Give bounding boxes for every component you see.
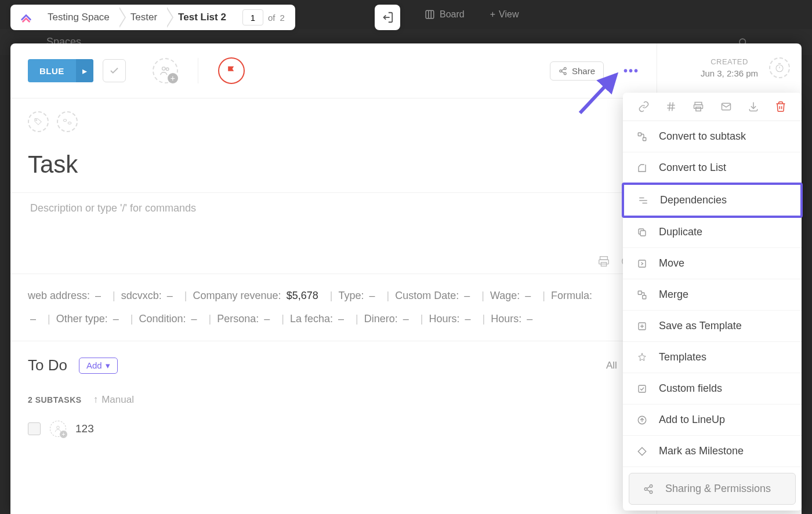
priority-flag-button[interactable] (218, 57, 245, 84)
add-subtask-button[interactable]: Add▾ (79, 358, 118, 374)
menu-label: Custom fields (659, 382, 722, 395)
add-relation-button[interactable] (57, 111, 78, 132)
mail-icon[interactable] (720, 101, 732, 112)
tag-icon (34, 117, 43, 126)
custom-field[interactable]: Persona: – (217, 313, 272, 325)
exit-task-button[interactable] (375, 5, 400, 30)
description-area[interactable]: Description or type '/' for commands (10, 192, 657, 274)
board-view-button[interactable]: Board (418, 6, 472, 23)
subtask-assignee-button[interactable] (50, 421, 66, 437)
breadcrumb-list[interactable]: Test List 2 (168, 5, 237, 30)
move-icon (636, 258, 648, 269)
menu-label: Mark as Milestone (659, 445, 744, 457)
menu-milestone[interactable]: Mark as Milestone (623, 436, 802, 467)
custom-field[interactable]: Dinero: – (364, 313, 411, 325)
menu-copy[interactable]: Duplicate (623, 217, 802, 248)
svg-rect-15 (68, 122, 71, 124)
menu-label: Merge (659, 289, 688, 301)
svg-rect-41 (643, 295, 646, 298)
people-icon (159, 64, 172, 77)
svg-point-13 (36, 119, 37, 121)
merge-icon (636, 290, 648, 300)
status-caret-icon[interactable]: ▸ (76, 59, 93, 82)
print-icon[interactable] (597, 255, 610, 268)
complete-button[interactable] (103, 59, 126, 82)
svg-point-49 (650, 491, 652, 494)
custom-field[interactable]: Custom Date: – (395, 290, 472, 301)
custom-field[interactable]: Company revenue: $5,678 (193, 290, 321, 301)
menu-deps[interactable]: Dependencies (622, 183, 803, 218)
custom-field[interactable]: sdcvxcb: – (121, 290, 175, 301)
share-button[interactable]: Share (550, 61, 604, 81)
svg-point-6 (162, 67, 165, 71)
breadcrumb-folder[interactable]: Tester (120, 5, 168, 30)
add-tag-button[interactable] (28, 111, 49, 132)
tab-all[interactable]: All (606, 360, 617, 371)
check-icon (109, 65, 119, 76)
svg-line-50 (647, 486, 650, 488)
menu-label: Move (659, 257, 684, 269)
subtask-name[interactable]: 123 (75, 422, 94, 435)
download-icon[interactable] (748, 101, 759, 112)
trash-icon[interactable] (775, 101, 786, 112)
task-title[interactable]: Task (10, 145, 657, 192)
svg-point-7 (166, 68, 169, 71)
time-tracking-button[interactable] (769, 57, 790, 78)
svg-point-20 (57, 426, 60, 429)
svg-rect-31 (696, 107, 701, 111)
menu-merge[interactable]: Merge (623, 279, 802, 311)
subtask-row[interactable]: 123 (28, 421, 639, 437)
status-button[interactable]: BLUE ▸ (28, 59, 93, 82)
task-header: BLUE ▸ Share ••• (10, 43, 657, 99)
save-template-icon (636, 321, 648, 331)
menu-lineup[interactable]: Add to LineUp (623, 404, 802, 436)
menu-save-template[interactable]: Save as Template (623, 311, 802, 342)
subtask-sort[interactable]: ↑ Manual (93, 394, 134, 406)
milestone-icon (636, 446, 648, 457)
custom-field[interactable]: Hours: – (429, 313, 473, 325)
view-label: View (499, 9, 519, 20)
more-menu-button[interactable]: ••• (624, 64, 639, 78)
hash-icon[interactable] (665, 101, 677, 112)
flag-icon (226, 65, 237, 76)
custom-field[interactable]: web address: – (28, 290, 103, 301)
status-label: BLUE (28, 66, 76, 76)
menu-list[interactable]: Convert to List (623, 152, 802, 184)
relation-icon (63, 118, 72, 126)
menu-move[interactable]: Move (623, 248, 802, 279)
board-label: Board (440, 9, 465, 20)
arrow-up-icon: ↑ (93, 394, 99, 406)
menu-subtask[interactable]: Convert to subtask (623, 121, 802, 152)
custom-field[interactable]: Wage: – (490, 290, 533, 301)
task-main: BLUE ▸ Share ••• (10, 43, 657, 514)
link-icon[interactable] (638, 101, 650, 112)
page-input[interactable] (242, 9, 263, 25)
print-icon[interactable] (693, 101, 704, 112)
svg-rect-16 (600, 257, 608, 260)
breadcrumb-space[interactable]: Testing Space (37, 5, 120, 30)
menu-custom-fields[interactable]: Custom fields (623, 373, 802, 404)
custom-field[interactable]: Other type: – (56, 313, 121, 325)
svg-line-51 (647, 490, 650, 491)
subtasks-count: 2 SUBTASKS (28, 395, 82, 404)
custom-field[interactable]: Hours: – (491, 313, 535, 325)
add-view-button[interactable]: + View (483, 6, 526, 23)
todo-title: To Do (28, 356, 67, 374)
svg-rect-38 (640, 231, 646, 236)
subtask-checkbox[interactable] (28, 422, 41, 435)
svg-rect-34 (643, 137, 646, 140)
menu-sharing-permissions[interactable]: Sharing & Permissions (629, 473, 796, 505)
custom-field[interactable]: Condition: – (139, 313, 199, 325)
menu-templates[interactable]: Templates (623, 342, 802, 373)
todo-section: To Do Add▾ All M 2 SUBTASKS ↑ Manual (10, 341, 657, 452)
person-icon (54, 425, 62, 433)
add-assignee-button[interactable] (153, 58, 178, 83)
menu-label: Templates (659, 351, 706, 363)
custom-field[interactable]: Type: – (338, 290, 377, 301)
subtask-icon (636, 132, 648, 142)
clickup-logo-icon[interactable] (19, 10, 34, 25)
menu-label: Add to LineUp (659, 414, 725, 426)
divider (198, 58, 198, 83)
custom-field[interactable]: La fecha: – (290, 313, 346, 325)
chevron-down-icon: ▾ (106, 360, 110, 371)
